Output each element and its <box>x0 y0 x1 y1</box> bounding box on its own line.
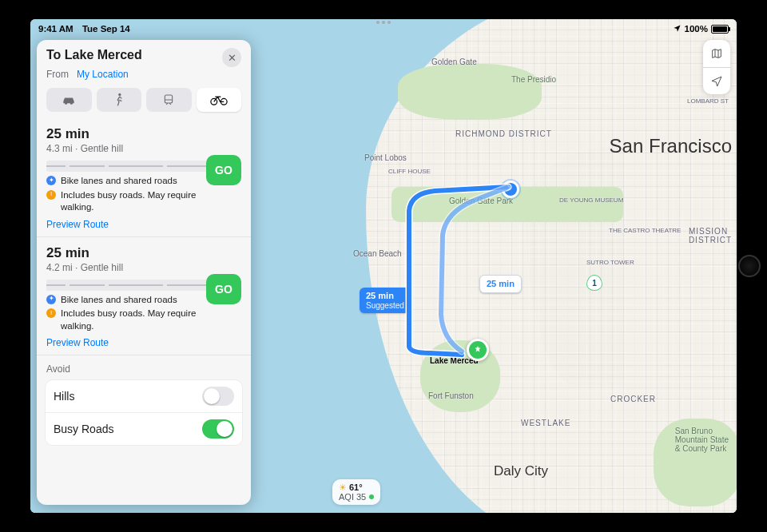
aqi-indicator-icon <box>369 494 374 499</box>
label-golden-gate: Golden Gate <box>431 58 477 66</box>
close-button[interactable]: ✕ <box>222 48 241 67</box>
mode-transit[interactable] <box>146 88 192 112</box>
weather-pill[interactable]: ☀︎ 61° AQI 35 <box>332 479 380 505</box>
label-richmond: RICHMOND DISTRICT <box>455 129 552 138</box>
panel-header: To Lake Merced ✕ From My Location <box>37 40 251 118</box>
status-time: 9:41 AM <box>38 24 74 34</box>
label-deyoung: DE YOUNG MUSEUM <box>559 197 623 204</box>
from-row[interactable]: From My Location <box>46 69 241 80</box>
directions-panel: To Lake Merced ✕ From My Location <box>37 40 251 505</box>
from-location: My Location <box>77 69 129 80</box>
warning-icon: ! <box>46 308 56 318</box>
label-crocker: CROCKER <box>610 395 656 403</box>
label-cliff-house: CLIFF HOUSE <box>388 168 431 175</box>
label-daly-city: Daly City <box>494 463 548 479</box>
avoid-section: Avoid Hills Busy Roads <box>37 355 251 452</box>
go-button[interactable]: GO <box>206 155 241 185</box>
user-location-dot <box>502 181 519 198</box>
route-subtitle: 4.2 mi · Gentle hill <box>46 262 241 273</box>
preview-route-link[interactable]: Preview Route <box>46 337 241 348</box>
weather-temp: 61° <box>349 482 363 492</box>
warning-icon: ! <box>46 190 56 200</box>
label-presidio: The Presidio <box>511 75 556 84</box>
camera-notch <box>368 21 399 25</box>
preview-route-link[interactable]: Preview Route <box>46 219 241 230</box>
locate-me-button[interactable] <box>703 67 730 94</box>
avoid-label: Hills <box>54 390 74 403</box>
location-icon <box>673 24 682 34</box>
label-fort-funston: Fort Funston <box>428 391 474 400</box>
mode-cycle[interactable] <box>197 88 242 112</box>
svg-point-0 <box>118 93 121 96</box>
avoid-row-hills: Hills <box>46 380 242 412</box>
route-label-primary[interactable]: 25 min Suggested <box>360 288 411 313</box>
bike-lane-icon: ✦ <box>46 176 56 185</box>
go-button[interactable]: GO <box>206 274 241 304</box>
mode-drive[interactable] <box>46 88 92 112</box>
battery-icon <box>711 25 729 34</box>
hwy-shield-1: 1 <box>586 275 602 291</box>
destination-pin <box>467 339 489 361</box>
label-mission: MISSION DISTRICT <box>689 227 732 244</box>
label-sutro: SUTRO TOWER <box>586 259 634 266</box>
route-subtitle: 4.3 mi · Gentle hill <box>46 143 241 154</box>
sun-icon: ☀︎ <box>339 482 347 492</box>
weather-aqi: AQI 35 <box>339 492 366 502</box>
battery-percent: 100% <box>685 24 708 34</box>
mode-walk[interactable] <box>97 88 142 112</box>
route-option[interactable]: 25 min 4.3 mi · Gentle hill ✦Bike lanes … <box>37 118 251 236</box>
route-label-alt[interactable]: 25 min <box>479 275 522 293</box>
avoid-row-busy-roads: Busy Roads <box>46 412 242 445</box>
svg-rect-1 <box>165 95 173 103</box>
ipad-device-frame: 9:41 AM Tue Sep 14 100% <box>0 0 767 532</box>
label-ocean-beach: Ocean Beach <box>353 249 402 258</box>
route-list: 25 min 4.3 mi · Gentle hill ✦Bike lanes … <box>37 118 251 505</box>
panel-title: To Lake Merced <box>46 48 142 62</box>
status-date: Tue Sep 14 <box>82 24 130 34</box>
avoid-label: Busy Roads <box>54 423 113 435</box>
route-time: 25 min <box>46 126 241 142</box>
avoid-busy-roads-toggle[interactable] <box>202 419 234 439</box>
label-san-francisco: San Francisco <box>610 135 732 157</box>
map-style-button[interactable] <box>703 40 730 67</box>
label-gg-park: Golden Gate Park <box>449 197 513 205</box>
screen: 9:41 AM Tue Sep 14 100% <box>30 19 737 513</box>
label-lombard: LOMBARD ST <box>687 97 729 105</box>
label-point-lobos: Point Lobos <box>364 153 407 162</box>
bike-lane-icon: ✦ <box>46 295 56 304</box>
label-san-bruno: San Bruno Mountain State & County Park <box>675 427 729 453</box>
transport-mode-segment <box>46 88 241 112</box>
label-castro: THE CASTRO THEATRE <box>609 227 681 234</box>
from-label: From <box>46 69 69 80</box>
label-westlake: WESTLAKE <box>521 419 570 427</box>
route-time: 25 min <box>46 245 241 261</box>
home-button[interactable] <box>738 255 761 277</box>
avoid-header: Avoid <box>37 360 251 379</box>
map-controls <box>703 40 730 94</box>
avoid-hills-toggle[interactable] <box>202 387 234 406</box>
route-option[interactable]: 25 min 4.2 mi · Gentle hill ✦Bike lanes … <box>37 236 251 355</box>
